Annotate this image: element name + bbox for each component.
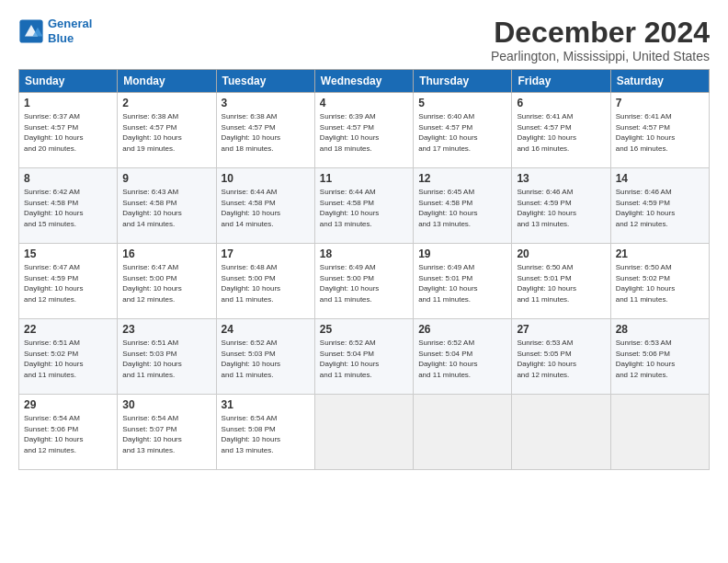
day-cell: 25Sunrise: 6:52 AM Sunset: 5:04 PM Dayli… (314, 319, 413, 395)
logo-text: General Blue (48, 17, 92, 45)
day-cell: 6Sunrise: 6:41 AM Sunset: 4:57 PM Daylig… (512, 93, 610, 168)
day-number: 19 (418, 247, 506, 260)
day-info: Sunrise: 6:50 AM Sunset: 5:02 PM Dayligh… (616, 262, 704, 304)
day-info: Sunrise: 6:51 AM Sunset: 5:03 PM Dayligh… (122, 338, 210, 380)
day-info: Sunrise: 6:53 AM Sunset: 5:05 PM Dayligh… (517, 338, 605, 380)
day-cell: 29Sunrise: 6:54 AM Sunset: 5:06 PM Dayli… (19, 395, 118, 470)
day-number: 28 (616, 323, 704, 336)
day-info: Sunrise: 6:54 AM Sunset: 5:06 PM Dayligh… (24, 413, 112, 455)
calendar: SundayMondayTuesdayWednesdayThursdayFrid… (18, 69, 710, 470)
day-number: 24 (222, 323, 310, 336)
col-header-saturday: Saturday (610, 70, 709, 93)
day-info: Sunrise: 6:44 AM Sunset: 4:58 PM Dayligh… (320, 187, 408, 229)
day-number: 9 (122, 172, 210, 185)
day-cell: 7Sunrise: 6:41 AM Sunset: 4:57 PM Daylig… (610, 93, 709, 168)
header-row: SundayMondayTuesdayWednesdayThursdayFrid… (19, 70, 710, 93)
day-info: Sunrise: 6:42 AM Sunset: 4:58 PM Dayligh… (24, 187, 112, 229)
day-number: 23 (122, 323, 210, 336)
day-number: 18 (320, 247, 408, 260)
week-row-1: 1Sunrise: 6:37 AM Sunset: 4:57 PM Daylig… (19, 93, 710, 168)
day-info: Sunrise: 6:48 AM Sunset: 5:00 PM Dayligh… (222, 262, 310, 304)
day-info: Sunrise: 6:46 AM Sunset: 4:59 PM Dayligh… (616, 187, 704, 229)
day-cell: 21Sunrise: 6:50 AM Sunset: 5:02 PM Dayli… (610, 244, 709, 319)
day-cell: 8Sunrise: 6:42 AM Sunset: 4:58 PM Daylig… (19, 168, 118, 244)
day-number: 15 (24, 247, 112, 260)
day-cell: 26Sunrise: 6:52 AM Sunset: 5:04 PM Dayli… (414, 319, 512, 395)
day-cell: 30Sunrise: 6:54 AM Sunset: 5:07 PM Dayli… (118, 395, 216, 470)
day-info: Sunrise: 6:52 AM Sunset: 5:04 PM Dayligh… (418, 338, 506, 380)
day-number: 30 (122, 398, 210, 411)
day-number: 17 (222, 247, 310, 260)
col-header-tuesday: Tuesday (216, 70, 314, 93)
day-number: 7 (616, 97, 704, 109)
day-number: 5 (418, 97, 506, 109)
day-cell: 1Sunrise: 6:37 AM Sunset: 4:57 PM Daylig… (19, 93, 118, 168)
col-header-monday: Monday (118, 70, 216, 93)
day-number: 26 (418, 323, 506, 336)
day-info: Sunrise: 6:39 AM Sunset: 4:57 PM Dayligh… (320, 111, 408, 154)
day-info: Sunrise: 6:51 AM Sunset: 5:02 PM Dayligh… (24, 338, 112, 380)
day-cell: 20Sunrise: 6:50 AM Sunset: 5:01 PM Dayli… (512, 244, 610, 319)
day-info: Sunrise: 6:40 AM Sunset: 4:57 PM Dayligh… (418, 111, 506, 154)
day-info: Sunrise: 6:44 AM Sunset: 4:58 PM Dayligh… (222, 187, 310, 229)
day-number: 22 (24, 323, 112, 336)
day-info: Sunrise: 6:46 AM Sunset: 4:59 PM Dayligh… (517, 187, 605, 229)
main-title: December 2024 (491, 17, 710, 49)
day-cell (610, 395, 709, 470)
day-info: Sunrise: 6:47 AM Sunset: 5:00 PM Dayligh… (122, 262, 210, 304)
day-cell (414, 395, 512, 470)
day-number: 14 (616, 172, 704, 185)
header: General Blue December 2024 Pearlington, … (18, 17, 710, 63)
day-info: Sunrise: 6:38 AM Sunset: 4:57 PM Dayligh… (122, 111, 210, 154)
subtitle: Pearlington, Mississippi, United States (491, 49, 710, 63)
day-number: 12 (418, 172, 506, 185)
week-row-3: 15Sunrise: 6:47 AM Sunset: 4:59 PM Dayli… (19, 244, 710, 319)
day-number: 20 (517, 247, 605, 260)
day-number: 16 (122, 247, 210, 260)
day-cell: 17Sunrise: 6:48 AM Sunset: 5:00 PM Dayli… (216, 244, 314, 319)
day-cell: 15Sunrise: 6:47 AM Sunset: 4:59 PM Dayli… (19, 244, 118, 319)
day-info: Sunrise: 6:53 AM Sunset: 5:06 PM Dayligh… (616, 338, 704, 380)
day-cell: 3Sunrise: 6:38 AM Sunset: 4:57 PM Daylig… (216, 93, 314, 168)
week-row-2: 8Sunrise: 6:42 AM Sunset: 4:58 PM Daylig… (19, 168, 710, 244)
day-number: 27 (517, 323, 605, 336)
day-info: Sunrise: 6:45 AM Sunset: 4:58 PM Dayligh… (418, 187, 506, 229)
day-cell: 2Sunrise: 6:38 AM Sunset: 4:57 PM Daylig… (118, 93, 216, 168)
day-cell: 16Sunrise: 6:47 AM Sunset: 5:00 PM Dayli… (118, 244, 216, 319)
day-cell: 10Sunrise: 6:44 AM Sunset: 4:58 PM Dayli… (216, 168, 314, 244)
day-info: Sunrise: 6:50 AM Sunset: 5:01 PM Dayligh… (517, 262, 605, 304)
col-header-wednesday: Wednesday (314, 70, 413, 93)
day-info: Sunrise: 6:47 AM Sunset: 4:59 PM Dayligh… (24, 262, 112, 304)
day-info: Sunrise: 6:49 AM Sunset: 5:00 PM Dayligh… (320, 262, 408, 304)
day-cell: 13Sunrise: 6:46 AM Sunset: 4:59 PM Dayli… (512, 168, 610, 244)
day-cell: 12Sunrise: 6:45 AM Sunset: 4:58 PM Dayli… (414, 168, 512, 244)
day-cell: 28Sunrise: 6:53 AM Sunset: 5:06 PM Dayli… (610, 319, 709, 395)
logo-line2: Blue (48, 31, 74, 45)
day-cell: 9Sunrise: 6:43 AM Sunset: 4:58 PM Daylig… (118, 168, 216, 244)
day-number: 4 (320, 97, 408, 109)
day-cell: 5Sunrise: 6:40 AM Sunset: 4:57 PM Daylig… (414, 93, 512, 168)
logo: General Blue (18, 17, 92, 45)
day-info: Sunrise: 6:52 AM Sunset: 5:04 PM Dayligh… (320, 338, 408, 380)
day-number: 11 (320, 172, 408, 185)
day-number: 3 (222, 97, 310, 109)
day-cell (512, 395, 610, 470)
week-row-4: 22Sunrise: 6:51 AM Sunset: 5:02 PM Dayli… (19, 319, 710, 395)
col-header-thursday: Thursday (414, 70, 512, 93)
day-info: Sunrise: 6:43 AM Sunset: 4:58 PM Dayligh… (122, 187, 210, 229)
day-info: Sunrise: 6:38 AM Sunset: 4:57 PM Dayligh… (222, 111, 310, 154)
day-cell: 27Sunrise: 6:53 AM Sunset: 5:05 PM Dayli… (512, 319, 610, 395)
logo-line1: General (48, 17, 92, 30)
day-cell (314, 395, 413, 470)
title-block: December 2024 Pearlington, Mississippi, … (491, 17, 710, 63)
day-number: 1 (24, 97, 112, 109)
day-info: Sunrise: 6:54 AM Sunset: 5:08 PM Dayligh… (222, 413, 310, 455)
day-number: 29 (24, 398, 112, 411)
day-cell: 19Sunrise: 6:49 AM Sunset: 5:01 PM Dayli… (414, 244, 512, 319)
day-number: 2 (122, 97, 210, 109)
day-cell: 4Sunrise: 6:39 AM Sunset: 4:57 PM Daylig… (314, 93, 413, 168)
day-number: 6 (517, 97, 605, 109)
day-info: Sunrise: 6:49 AM Sunset: 5:01 PM Dayligh… (418, 262, 506, 304)
day-number: 21 (616, 247, 704, 260)
week-row-5: 29Sunrise: 6:54 AM Sunset: 5:06 PM Dayli… (19, 395, 710, 470)
